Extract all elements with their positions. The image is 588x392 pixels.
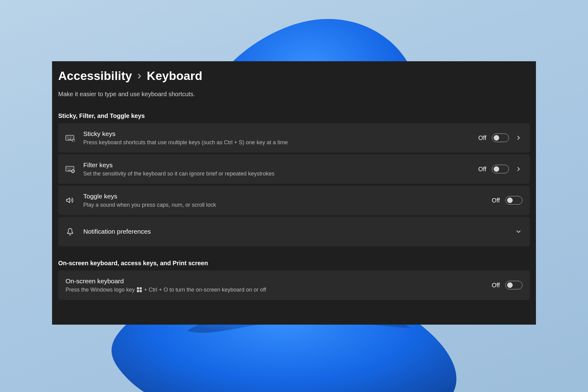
setting-row-onscreen-keyboard[interactable]: On-screen keyboard Press the Windows log… [58, 270, 530, 300]
setting-title: Toggle keys [83, 193, 484, 200]
filter-keys-toggle[interactable] [492, 165, 509, 173]
setting-description: Press the Windows logo key + Ctrl + O to… [66, 287, 484, 293]
breadcrumb: Accessibility › Keyboard [58, 69, 530, 83]
svg-point-22 [73, 171, 74, 172]
setting-description: Play a sound when you press caps, num, o… [83, 202, 484, 208]
sound-icon [65, 196, 75, 204]
setting-description: Press keyboard shortcuts that use multip… [83, 139, 470, 146]
breadcrumb-current: Keyboard [147, 69, 202, 83]
expand-chevron-icon[interactable] [514, 165, 522, 173]
svg-rect-10 [72, 139, 75, 141]
settings-window: Accessibility › Keyboard Make it easier … [52, 61, 536, 325]
keyboard-icon [65, 134, 75, 141]
section-heading-osk: On-screen keyboard, access keys, and Pri… [58, 260, 530, 267]
expand-chevron-icon[interactable] [514, 134, 522, 142]
toggle-keys-toggle[interactable] [505, 196, 522, 205]
setting-row-toggle-keys[interactable]: Toggle keys Play a sound when you press … [58, 186, 530, 215]
setting-description: Set the sensitivity of the keyboard so i… [83, 171, 470, 177]
setting-title: On-screen keyboard [66, 277, 484, 285]
toggle-state-label: Off [478, 166, 486, 173]
setting-row-sticky-keys[interactable]: Sticky keys Press keyboard shortcuts tha… [58, 123, 530, 153]
setting-row-notification-preferences[interactable]: Notification preferences [58, 217, 530, 246]
setting-row-filter-keys[interactable]: Filter keys Set the sensitivity of the k… [58, 154, 530, 184]
breadcrumb-parent-link[interactable]: Accessibility [58, 69, 132, 83]
toggle-state-label: Off [478, 134, 486, 141]
onscreen-keyboard-toggle[interactable] [505, 281, 522, 289]
setting-title: Notification preferences [83, 228, 507, 235]
setting-title: Sticky keys [83, 130, 470, 138]
toggle-state-label: Off [492, 197, 500, 204]
toggle-state-label: Off [492, 282, 500, 289]
bell-icon [65, 227, 75, 236]
sticky-keys-toggle[interactable] [492, 134, 509, 142]
section-heading-keys: Sticky, Filter, and Toggle keys [58, 112, 530, 119]
chevron-right-icon: › [138, 69, 141, 82]
expand-chevron-down-icon[interactable] [514, 228, 522, 236]
setting-title: Filter keys [83, 161, 470, 169]
keyboard-filter-icon [65, 165, 75, 173]
page-subtitle: Make it easier to type and use keyboard … [58, 91, 530, 98]
windows-logo-icon [137, 287, 142, 292]
